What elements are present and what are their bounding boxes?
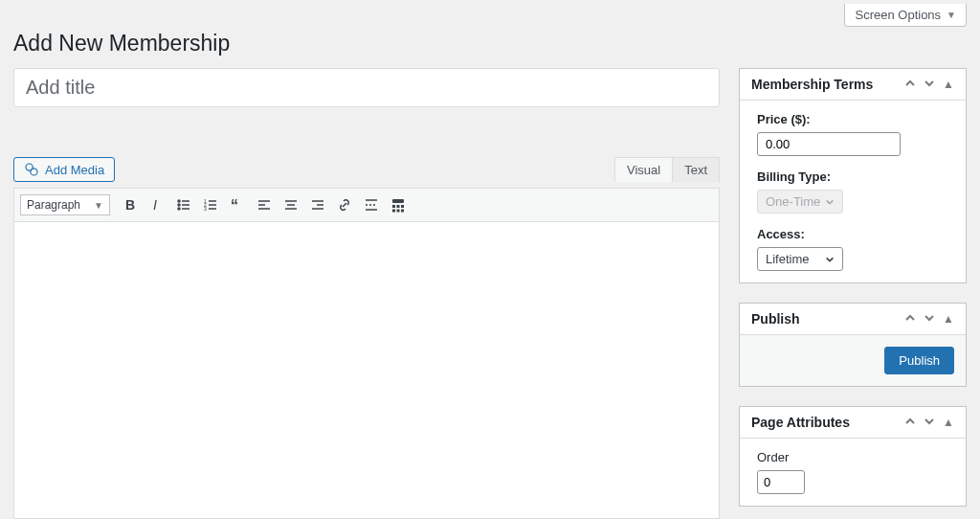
publish-metabox: Publish ▲ Publish [739,303,967,387]
align-left-button[interactable] [252,192,277,217]
price-input[interactable] [757,132,901,156]
add-media-button[interactable]: Add Media [13,157,115,182]
link-button[interactable] [332,192,357,217]
svg-text:3: 3 [204,206,207,212]
svg-rect-33 [392,210,395,213]
bullet-list-button[interactable] [171,192,196,217]
svg-rect-29 [392,199,404,203]
move-up-icon[interactable] [904,78,916,91]
toggle-panel-icon[interactable]: ▲ [943,78,954,91]
svg-rect-31 [397,205,400,208]
access-select[interactable]: Lifetime [757,247,843,271]
svg-rect-30 [392,205,395,208]
align-right-button[interactable] [305,192,330,217]
italic-button[interactable]: I [145,192,169,217]
page-attributes-title: Page Attributes [751,415,850,430]
tab-visual[interactable]: Visual [614,157,673,182]
screen-options-label: Screen Options [855,8,941,22]
svg-rect-32 [401,205,404,208]
chevron-down-icon [825,255,835,264]
publish-button[interactable]: Publish [884,347,954,374]
svg-point-6 [178,204,180,206]
svg-text:“: “ [231,197,238,213]
order-input[interactable] [757,470,805,494]
media-icon [24,162,39,177]
svg-text:B: B [125,197,135,213]
svg-text:I: I [153,197,157,213]
bold-button[interactable]: B [118,192,143,217]
membership-terms-title: Membership Terms [751,77,873,92]
paragraph-select[interactable]: Paragraph ▼ [20,194,110,215]
editor-textarea[interactable] [13,222,720,519]
move-down-icon[interactable] [924,78,935,91]
align-center-button[interactable] [278,192,303,217]
publish-title: Publish [751,311,800,327]
move-down-icon[interactable] [924,312,935,326]
page-title: Add New Membership [13,27,967,68]
svg-rect-34 [397,210,400,213]
access-label: Access: [757,227,948,241]
editor-toolbar: Paragraph ▼ B I 123 “ [13,188,720,222]
svg-point-1 [31,169,37,175]
move-up-icon[interactable] [904,312,916,326]
order-label: Order [757,450,948,464]
move-down-icon[interactable] [924,416,935,429]
membership-terms-metabox: Membership Terms ▲ Price ($): Billing Ty… [739,68,967,283]
page-attributes-metabox: Page Attributes ▲ Order [739,406,967,507]
toggle-panel-icon[interactable]: ▲ [943,312,954,326]
svg-point-8 [178,208,180,210]
chevron-down-icon [825,197,835,207]
numbered-list-button[interactable]: 123 [198,192,223,217]
toggle-panel-icon[interactable]: ▲ [943,416,954,429]
svg-point-4 [178,200,180,202]
price-label: Price ($): [757,112,948,126]
svg-rect-35 [401,210,404,213]
post-title-input[interactable] [13,68,720,107]
add-media-label: Add Media [45,163,104,177]
read-more-button[interactable] [359,192,384,217]
screen-options-button[interactable]: Screen Options ▼ [844,4,967,27]
billing-type-label: Billing Type: [757,169,948,184]
tab-text[interactable]: Text [672,157,720,182]
chevron-down-icon: ▼ [94,200,103,211]
chevron-down-icon: ▼ [947,10,956,20]
move-up-icon[interactable] [904,416,916,429]
billing-type-select: One-Time [757,190,843,214]
blockquote-button[interactable]: “ [225,192,250,217]
toolbar-toggle-button[interactable] [386,192,411,217]
